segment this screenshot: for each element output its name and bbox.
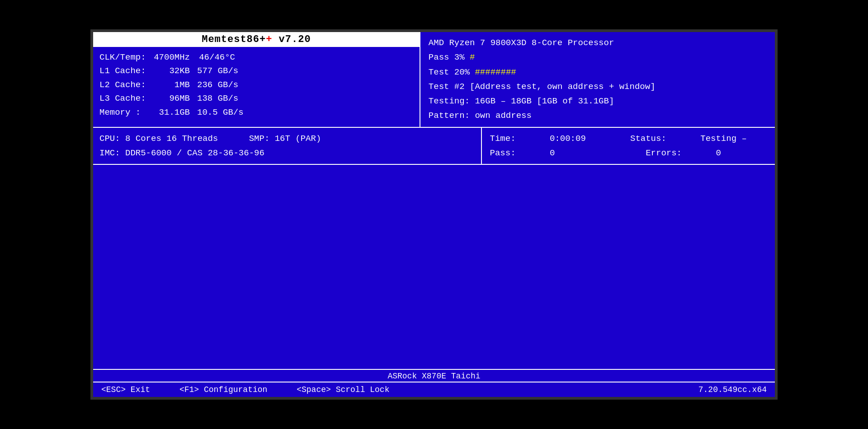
pattern-line: Pattern: own address (429, 108, 767, 123)
spacer1 (600, 131, 616, 146)
pass-percent: 3% (454, 52, 465, 62)
status-label: Status: (630, 131, 666, 146)
l2-speed: 236 GB/s (190, 78, 238, 92)
l1-speed: 577 GB/s (190, 64, 238, 78)
status-display: Testing – (700, 131, 747, 146)
l3-size: 96MB (154, 92, 190, 105)
top-section: Memtest86++ v7.20 CLK/Temp: 4700MHz 46/4… (93, 32, 775, 128)
middle-section: CPU: 8 Cores 16 Threads SMP: 16T (PAR) I… (93, 128, 775, 165)
l1-label: L1 Cache: (99, 64, 154, 78)
l3-label: L3 Cache: (99, 92, 154, 105)
clk-temp: 46/46°C (190, 51, 235, 64)
pass-errors-row: Pass: 0 Errors: 0 (490, 146, 767, 160)
l3-speed: 138 GB/s (190, 92, 238, 105)
test-percent-line: Test 20% ######## (429, 65, 767, 79)
pass-label: Pass (429, 52, 449, 62)
esc-key[interactable]: <ESC> (101, 385, 126, 394)
pattern-value: own address (475, 111, 531, 121)
top-left-panel: Memtest86++ v7.20 CLK/Temp: 4700MHz 46/4… (93, 32, 420, 127)
imc-info: IMC: DDR5-6000 / CAS 28-36-36-96 (99, 148, 264, 158)
bottom-bar: <ESC> Exit <F1> Configuration <Space> Sc… (93, 382, 775, 397)
test-num-line: Test #2 [Address test, own address + win… (429, 79, 767, 94)
footer-area: ASRock X870E Taichi <ESC> Exit <F1> Conf… (93, 369, 775, 397)
l3-row: L3 Cache: 96MB 138 GB/s (99, 92, 413, 105)
top-right-panel: AMD Ryzen 7 9800X3D 8-Core Processor Pas… (420, 32, 775, 127)
test-hashes: ######## (475, 67, 516, 77)
mem-speed: 10.5 GB/s (190, 106, 244, 119)
pattern-label: Pattern: (429, 111, 470, 121)
plus-sign: + (266, 34, 272, 45)
smp-value: SMP: 16T (PAR) (249, 134, 321, 144)
cpu-cores-line: CPU: 8 Cores 16 Threads SMP: 16T (PAR) (99, 131, 475, 146)
l1-size: 32KB (154, 64, 190, 78)
space-key[interactable]: <Space> (297, 385, 331, 394)
f1-action: Configuration (204, 385, 267, 394)
hardware-info: CLK/Temp: 4700MHz 46/46°C L1 Cache: 32KB… (93, 47, 420, 123)
pass-count-label: Pass: (490, 146, 516, 160)
status-value (681, 131, 686, 146)
l1-row: L1 Cache: 32KB 577 GB/s (99, 64, 413, 78)
pass-count-value: 0 (550, 146, 555, 160)
test-label: Test (429, 67, 449, 77)
testing-label: Testing: (429, 96, 470, 106)
spacer2 (569, 146, 631, 160)
sep1 (155, 385, 175, 394)
l2-label: L2 Cache: (99, 78, 154, 92)
esc-action: Exit (131, 385, 150, 394)
version-build: 7.20.549cc.x64 (698, 385, 767, 394)
imc-line: IMC: DDR5-6000 / CAS 28-36-36-96 (99, 146, 475, 160)
mem-label: Memory : (99, 106, 154, 119)
errors-value: 0 (716, 146, 721, 160)
errors-label: Errors: (646, 146, 682, 160)
pass-hashes: # (470, 52, 475, 62)
mem-size: 31.1GB (154, 106, 190, 119)
pass-space (530, 146, 535, 160)
clk-label: CLK/Temp: (99, 51, 154, 64)
memtest-screen: Memtest86++ v7.20 CLK/Temp: 4700MHz 46/4… (90, 29, 778, 400)
testing-range-line: Testing: 16GB – 18GB [1GB of 31.1GB] (429, 94, 767, 108)
l2-row: L2 Cache: 1MB 236 GB/s (99, 78, 413, 92)
l2-size: 1MB (154, 78, 190, 92)
title-bar: Memtest86++ v7.20 (93, 32, 420, 47)
sep2 (272, 385, 292, 394)
clk-value: 4700MHz (154, 51, 190, 64)
test-percent: 20% (454, 67, 470, 77)
board-label: ASRock X870E Taichi (387, 372, 480, 381)
middle-left-panel: CPU: 8 Cores 16 Threads SMP: 16T (PAR) I… (93, 128, 482, 164)
cpu-name: AMD Ryzen 7 9800X3D 8-Core Processor (429, 36, 767, 50)
time-status-row: Time: 0:00:09 Status: Testing – (490, 131, 767, 146)
pass-line: Pass 3% # (429, 50, 767, 65)
time-label: Time: (490, 131, 516, 146)
cpu-info: CPU: 8 Cores 16 Threads (99, 134, 218, 144)
board-name: ASRock X870E Taichi (93, 369, 775, 382)
clk-row: CLK/Temp: 4700MHz 46/46°C (99, 51, 413, 64)
app-name: Memtest86+ (202, 34, 266, 45)
version: v7.20 (272, 34, 311, 45)
f1-key[interactable]: <F1> (179, 385, 199, 394)
test-num-label: Test #2 (429, 82, 465, 92)
space-action: Scroll Lock (336, 385, 390, 394)
testing-range: 16GB – 18GB [1GB of 31.1GB] (475, 96, 614, 106)
mem-row: Memory : 31.1GB 10.5 GB/s (99, 106, 413, 119)
key-shortcuts: <ESC> Exit <F1> Configuration <Space> Sc… (101, 385, 389, 394)
smp-info (223, 134, 244, 144)
test-num-desc: [Address test, own address + window] (470, 82, 655, 92)
time-value (530, 131, 535, 146)
time-display: 0:00:09 (550, 131, 586, 146)
middle-right-panel: Time: 0:00:09 Status: Testing – Pass: 0 … (482, 128, 775, 164)
main-area (93, 165, 775, 369)
errors-space (696, 146, 701, 160)
